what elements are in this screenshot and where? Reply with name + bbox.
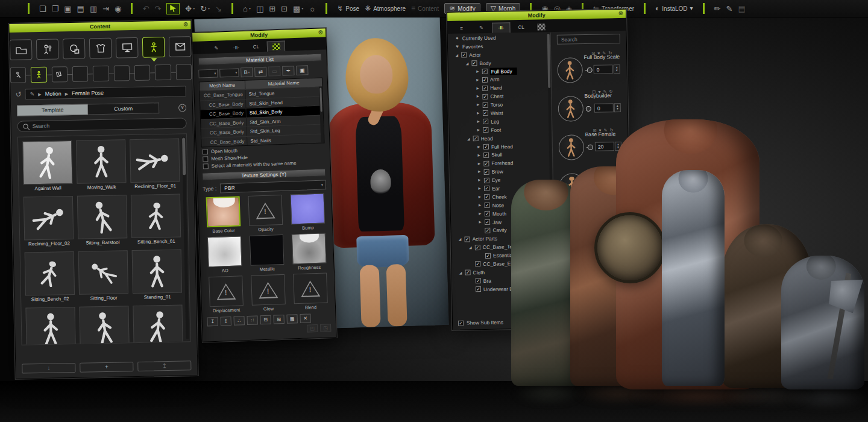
slider-track[interactable] (585, 70, 590, 71)
checkbox[interactable]: ✓ (484, 177, 489, 183)
slider-knob[interactable] (587, 144, 593, 150)
category-project-icon[interactable] (10, 39, 33, 60)
tab-material[interactable] (532, 22, 550, 33)
checkbox[interactable]: ✓ (461, 52, 467, 58)
apply-to-character-button[interactable]: ↥ (137, 361, 191, 371)
frame-vertical-icon[interactable]: ◫ (256, 5, 263, 13)
collapsed-icon[interactable]: ▶ (477, 145, 481, 149)
pose-item[interactable]: Sitting_Floor (78, 250, 129, 303)
collapsed-icon[interactable]: ▶ (476, 95, 480, 98)
collapsed-icon[interactable]: ▶ (476, 87, 480, 90)
morph-thumbnail[interactable] (558, 96, 583, 122)
new-project-icon[interactable]: ❏ (39, 5, 46, 13)
swap-material-button[interactable]: ⇄ (254, 67, 267, 77)
checkbox[interactable] (203, 163, 209, 169)
category-actor-icon[interactable] (36, 39, 59, 60)
checkbox[interactable]: ✓ (465, 270, 470, 276)
link-material-button[interactable]: ▭ (268, 66, 281, 77)
material-sort-dropdown[interactable]: ▾ (219, 68, 239, 77)
save-image-icon[interactable]: ▥ (90, 5, 97, 13)
slider-value[interactable]: 20 (595, 142, 614, 151)
pose-item[interactable]: Sitting_Barstool (77, 195, 128, 247)
subcategory-pose-icon[interactable] (31, 67, 47, 83)
subcategory-empty-slot[interactable] (155, 65, 171, 81)
tab-attribute[interactable]: ≡ (452, 23, 470, 34)
move-tool-icon[interactable]: ✥▾ (185, 5, 195, 13)
subcategory-empty-slot[interactable] (93, 66, 109, 82)
redo-icon[interactable]: ↷ (154, 5, 161, 13)
tab-adjust[interactable]: -II- (227, 42, 246, 53)
checkbox[interactable]: ✓ (482, 69, 488, 74)
slider-knob[interactable] (586, 106, 591, 111)
checkbox[interactable]: ✓ (483, 110, 488, 116)
checkbox[interactable]: ✓ (485, 211, 490, 216)
share-texture-button[interactable]: ∴ (233, 316, 245, 326)
expand-icon[interactable]: ◢ (459, 271, 463, 274)
subcategory-empty-slot[interactable] (113, 65, 130, 81)
close-icon[interactable]: ⊗ (618, 10, 624, 16)
collapsed-icon[interactable]: ▶ (477, 170, 482, 174)
tab-morph-edit[interactable]: ✎ (472, 23, 490, 34)
morph-thumbnail[interactable] (559, 134, 585, 160)
tab-skin[interactable]: CL (247, 42, 266, 52)
paste-settings-button[interactable]: ◳ (320, 324, 331, 332)
checkbox[interactable]: ✓ (473, 136, 479, 141)
checkbox[interactable]: ✓ (484, 169, 489, 174)
checkbox[interactable] (203, 149, 208, 154)
expand-icon[interactable]: ◢ (465, 61, 469, 65)
texture-slot-displacement[interactable]: !Displacement (206, 276, 246, 313)
back-icon[interactable]: ↺ (16, 91, 22, 98)
tab-morphs[interactable]: -II- (492, 22, 510, 33)
collapsed-icon[interactable]: ▶ (477, 187, 482, 191)
checkbox[interactable]: ✓ (483, 102, 488, 107)
atmosphere-button[interactable]: ❋Atmosphere (365, 5, 406, 12)
checker-preview-button[interactable]: ▦ (286, 314, 298, 324)
texture-slot-glow[interactable]: !Glow (248, 274, 288, 312)
category-material-icon[interactable] (63, 39, 86, 60)
checkbox[interactable]: ✓ (465, 236, 470, 242)
save-project-icon[interactable]: ▣ (64, 5, 71, 13)
pose-grid-scrollbar[interactable] (182, 136, 189, 339)
eyedropper-button[interactable]: ✒ (282, 66, 295, 76)
light-icon[interactable]: ☼ (309, 5, 316, 13)
export-icon[interactable]: ⇥ (102, 5, 109, 13)
checkbox[interactable]: ✓ (475, 245, 480, 250)
material-image-button[interactable]: ▣ (296, 65, 309, 75)
checkbox[interactable]: ✓ (485, 203, 490, 208)
checkbox[interactable]: ✓ (483, 153, 489, 158)
collapsed-icon[interactable]: ▶ (476, 120, 480, 124)
subcategory-gesture-icon[interactable] (51, 66, 68, 83)
tab-template[interactable]: Template (17, 104, 88, 116)
collapsed-icon[interactable]: ▶ (476, 112, 480, 115)
collapsed-icon[interactable]: ▶ (476, 128, 480, 132)
checkbox[interactable]: ✓ (476, 286, 481, 292)
checkbox[interactable]: ✓ (471, 60, 477, 66)
slider-track[interactable] (586, 109, 590, 109)
camera-view-icon[interactable]: ▩▾ (293, 5, 303, 13)
collapsed-icon[interactable]: ▶ (476, 103, 480, 107)
pose-item[interactable]: Sitting_Bench_01 (131, 194, 181, 247)
checkbox[interactable]: ✓ (482, 77, 488, 83)
tab-skin[interactable]: CL (512, 22, 530, 33)
collapsed-icon[interactable]: ▶ (478, 212, 482, 216)
collapsed-icon[interactable]: ▶ (477, 154, 481, 157)
sketch-tool-icon[interactable]: ✏ (714, 5, 721, 13)
scale-tool-icon[interactable]: ↘ (215, 5, 222, 13)
morph-thumbnail[interactable] (557, 57, 583, 83)
material-filter-dropdown[interactable]: ▾ (198, 69, 218, 78)
value-spinner[interactable]: ▲▼ (614, 103, 621, 112)
checkbox[interactable]: ✓ (483, 127, 488, 133)
slider-value[interactable]: 0 (594, 103, 614, 113)
close-icon[interactable]: ⊗ (183, 21, 189, 27)
checkbox[interactable]: ✓ (484, 186, 489, 191)
category-cloth-icon[interactable] (89, 38, 112, 59)
checkbox[interactable]: ✓ (485, 228, 490, 233)
render-icon[interactable]: ◉ (115, 5, 121, 13)
node-texture-button[interactable]: ∷ (247, 315, 258, 325)
collapsed-icon[interactable]: ▶ (477, 162, 481, 166)
save-as-icon[interactable]: ▤ (77, 5, 84, 13)
checkbox[interactable]: ✓ (485, 219, 490, 225)
add-content-button[interactable]: + (80, 362, 133, 373)
texture-slot-metallic[interactable]: Metallic (247, 235, 287, 272)
subcategory-empty-slot[interactable] (175, 64, 192, 80)
